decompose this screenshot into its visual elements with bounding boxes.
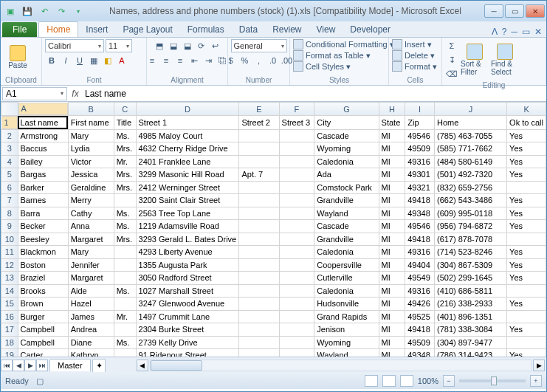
column-header[interactable]: G bbox=[314, 103, 379, 116]
new-sheet-button[interactable]: ✦ bbox=[92, 359, 106, 372]
cell[interactable] bbox=[239, 155, 279, 168]
cell[interactable]: Yes bbox=[507, 349, 546, 357]
cell[interactable]: MI bbox=[379, 349, 405, 357]
zoom-slider[interactable] bbox=[459, 379, 526, 382]
mdi-minimize-icon[interactable]: ─ bbox=[511, 27, 517, 37]
cell[interactable]: Wyoming bbox=[314, 336, 379, 349]
cell[interactable] bbox=[239, 246, 279, 259]
cell[interactable]: Yes bbox=[507, 298, 546, 311]
cell[interactable]: James bbox=[68, 310, 114, 323]
mdi-close-icon[interactable]: ✕ bbox=[534, 27, 542, 37]
cell[interactable]: Margaret bbox=[68, 233, 114, 246]
cell[interactable]: Mr. bbox=[114, 310, 136, 323]
cell[interactable] bbox=[507, 284, 546, 298]
insert-cells-button[interactable]: Insert ▾ bbox=[392, 39, 432, 49]
cell[interactable]: Jenison bbox=[314, 323, 379, 337]
cell[interactable]: City bbox=[314, 116, 379, 130]
cell[interactable] bbox=[279, 194, 314, 207]
cell[interactable]: Ms. bbox=[114, 284, 136, 298]
cell[interactable]: State bbox=[379, 116, 405, 130]
qat-undo-icon[interactable]: ↶ bbox=[36, 4, 52, 18]
cell[interactable]: Barnes bbox=[18, 194, 68, 207]
cell[interactable]: Andrea bbox=[68, 323, 114, 337]
cell[interactable]: 49404 bbox=[405, 258, 435, 272]
cell[interactable] bbox=[279, 155, 314, 168]
row-header[interactable]: 13 bbox=[1, 272, 18, 285]
cell[interactable] bbox=[279, 323, 314, 337]
cell[interactable]: Beesley bbox=[18, 233, 68, 246]
column-header[interactable]: D bbox=[136, 103, 239, 116]
cell[interactable]: MI bbox=[379, 298, 405, 311]
conditional-formatting-button[interactable]: Conditional Formatting ▾ bbox=[293, 39, 394, 49]
cell[interactable]: Braziel bbox=[18, 272, 68, 285]
format-cells-button[interactable]: Format ▾ bbox=[392, 61, 437, 72]
worksheet[interactable]: ABCDEFGHIJK1Last nameFirst nameTitleStre… bbox=[1, 102, 546, 357]
cell[interactable] bbox=[114, 323, 136, 337]
column-header[interactable]: C bbox=[114, 103, 136, 116]
bold-button[interactable]: B bbox=[45, 54, 58, 67]
cell[interactable]: Zip bbox=[405, 116, 435, 130]
cell[interactable]: Comstock Park bbox=[314, 181, 379, 194]
cell[interactable]: 2563 Tree Top Lane bbox=[136, 207, 239, 220]
cell[interactable]: (786) 314-9423 bbox=[434, 349, 506, 357]
row-header[interactable]: 12 bbox=[1, 258, 18, 272]
cell[interactable]: MI bbox=[379, 194, 405, 207]
cell[interactable] bbox=[239, 207, 279, 220]
cell[interactable]: 1219 Adamsville Road bbox=[136, 220, 239, 233]
cell[interactable]: Mrs. bbox=[114, 168, 136, 182]
cell[interactable]: 4293 Liberty Avenue bbox=[136, 246, 239, 259]
cell[interactable]: Bailey bbox=[18, 155, 68, 168]
cell[interactable]: MI bbox=[379, 220, 405, 233]
percent-button[interactable]: % bbox=[238, 54, 252, 67]
cell[interactable]: (410) 686-5811 bbox=[434, 284, 506, 298]
name-box[interactable]: A1▾ bbox=[2, 87, 67, 100]
cell[interactable] bbox=[239, 323, 279, 337]
cell[interactable]: 2304 Burke Street bbox=[136, 323, 239, 337]
cell[interactable]: Yes bbox=[507, 220, 546, 233]
cell[interactable]: Ms. bbox=[114, 220, 136, 233]
cell[interactable]: MI bbox=[379, 207, 405, 220]
cell[interactable]: Caledonia bbox=[314, 155, 379, 168]
cell[interactable]: (781) 338-3084 bbox=[434, 323, 506, 337]
italic-button[interactable]: I bbox=[59, 54, 72, 67]
cell[interactable]: Mrs. bbox=[114, 233, 136, 246]
autosum-button[interactable]: Σ bbox=[445, 39, 458, 52]
cell[interactable]: Hazel bbox=[68, 298, 114, 311]
cell[interactable]: MI bbox=[379, 336, 405, 349]
align-top-button[interactable]: ⬒ bbox=[153, 39, 166, 52]
cell[interactable]: MI bbox=[379, 258, 405, 272]
cell[interactable]: (832) 659-2756 bbox=[434, 181, 506, 194]
row-header[interactable]: 17 bbox=[1, 323, 18, 337]
cell[interactable]: 1497 Crummit Lane bbox=[136, 310, 239, 323]
cell[interactable]: 91 Ridenour Street bbox=[136, 349, 239, 357]
cell[interactable]: 49316 bbox=[405, 284, 435, 298]
cell[interactable] bbox=[279, 233, 314, 246]
cell[interactable]: MI bbox=[379, 181, 405, 194]
cell[interactable]: Campbell bbox=[18, 336, 68, 349]
row-header[interactable]: 18 bbox=[1, 336, 18, 349]
align-left-button[interactable]: ≡ bbox=[145, 54, 159, 67]
cell[interactable]: Ok to call bbox=[507, 116, 546, 130]
cell[interactable] bbox=[279, 284, 314, 298]
cell[interactable]: 3200 Saint Clair Street bbox=[136, 194, 239, 207]
cell[interactable]: Wayland bbox=[314, 349, 379, 357]
cell[interactable]: Ms. bbox=[114, 336, 136, 349]
cell[interactable]: MI bbox=[379, 168, 405, 182]
cell[interactable]: Cascade bbox=[314, 220, 379, 233]
cell[interactable]: Yes bbox=[507, 129, 546, 142]
font-color-button[interactable]: A bbox=[115, 54, 128, 67]
cell[interactable]: Apt. 7 bbox=[239, 168, 279, 182]
cell[interactable]: (785) 463-7055 bbox=[434, 129, 506, 142]
cell[interactable] bbox=[114, 298, 136, 311]
fill-button[interactable]: ↧ bbox=[445, 53, 458, 66]
cell[interactable]: 49549 bbox=[405, 272, 435, 285]
cell[interactable]: 4985 Maloy Court bbox=[136, 129, 239, 142]
tab-page-layout[interactable]: Page Layout bbox=[115, 22, 179, 37]
sort-filter-button[interactable]: Sort & Filter bbox=[461, 44, 489, 76]
cell[interactable]: (484) 580-6149 bbox=[434, 155, 506, 168]
cell[interactable] bbox=[239, 298, 279, 311]
cell[interactable]: (401) 896-1351 bbox=[434, 310, 506, 323]
cell[interactable]: Diane bbox=[68, 336, 114, 349]
border-button[interactable]: ▦ bbox=[87, 54, 100, 67]
row-header[interactable]: 8 bbox=[1, 207, 18, 220]
